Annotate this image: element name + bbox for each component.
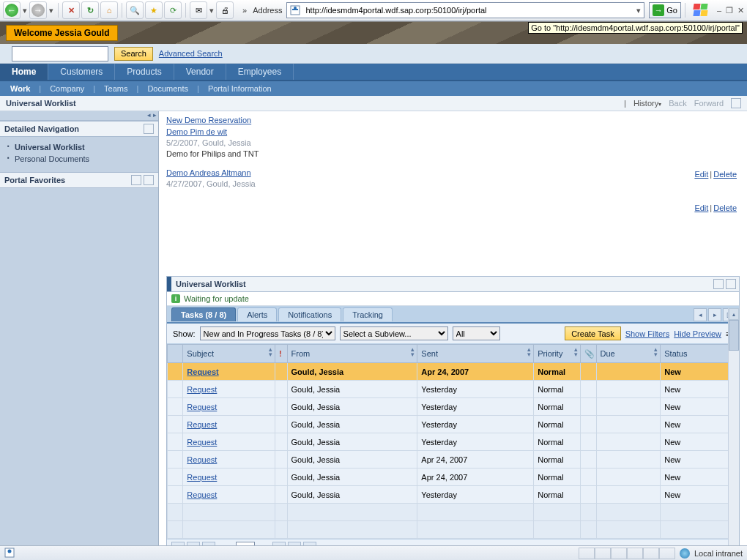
uwl-minimize-icon[interactable] — [726, 279, 736, 289]
demo-2-link[interactable]: Demo Andreas Altmann — [166, 168, 251, 177]
toolbar-overflow[interactable]: » — [242, 6, 247, 15]
col-header-subject[interactable]: Subject▴▾ — [183, 345, 275, 363]
sidebar-collapse-handle[interactable]: ◂ ▸ — [0, 111, 158, 121]
uwl-tab-scroll-right[interactable]: ▸ — [708, 308, 721, 321]
print-button[interactable]: 🖨 — [216, 1, 234, 19]
subnav-portal-information[interactable]: Portal Information — [204, 83, 276, 94]
uwl-subview-select[interactable]: Select a Subview... — [340, 326, 448, 340]
favorites-button[interactable]: ★ — [145, 1, 163, 19]
col-header-due[interactable]: Due▴▾ — [596, 345, 661, 363]
forward-dropdown[interactable]: ▾ — [48, 6, 54, 15]
hide-preview-link[interactable]: Hide Preview — [674, 329, 721, 338]
history-button[interactable]: ⟳ — [164, 1, 182, 19]
col-header-attachment[interactable]: 📎 — [581, 345, 596, 363]
cell-attachment — [581, 363, 596, 381]
demo-2-edit-link[interactable]: Edit — [694, 204, 708, 212]
table-row[interactable]: RequestGould, JessiaApr 24, 2007NormalNe… — [168, 451, 739, 468]
table-row[interactable]: RequestGould, JessiaYesterdayNormalNew — [168, 381, 739, 398]
task-subject-link[interactable]: Request — [187, 385, 217, 394]
subnav-teams[interactable]: Teams — [100, 83, 132, 94]
mail-button[interactable]: ✉ — [190, 1, 207, 19]
new-demo-reservation-link[interactable]: New Demo Reservation — [166, 116, 251, 124]
uwl-options-icon[interactable] — [713, 279, 724, 289]
subnav-documents[interactable]: Documents — [143, 83, 193, 94]
go-button[interactable]: →Go — [649, 2, 681, 18]
address-input[interactable] — [303, 4, 636, 17]
task-subject-link[interactable]: Request — [187, 420, 217, 429]
close-button[interactable]: ✕ — [737, 6, 744, 15]
history-link[interactable]: History▾ — [633, 99, 661, 108]
cell-blank — [183, 504, 275, 521]
demo-1-link[interactable]: Demo Pim de wit — [166, 127, 227, 136]
uwl-tab-tracking[interactable]: Tracking — [343, 307, 393, 321]
tab-employees[interactable]: Employees — [226, 64, 294, 80]
back-link[interactable]: Back — [669, 99, 686, 108]
search-button[interactable]: 🔍 — [126, 1, 144, 19]
cell-blank — [275, 521, 287, 539]
cell-sent: Yesterday — [417, 486, 534, 504]
minimize-button[interactable]: – — [717, 6, 721, 15]
show-filters-link[interactable]: Show Filters — [625, 329, 670, 338]
uwl-tab-tasks[interactable]: Tasks (8 / 8) — [171, 307, 236, 321]
uwl-scrollbar[interactable]: ▴ — [728, 308, 739, 550]
col-header-status[interactable]: Status▴▾ — [661, 345, 739, 363]
table-row[interactable]: RequestGould, JessiaYesterdayNormalNew — [168, 416, 739, 433]
task-subject-link[interactable]: Request — [187, 455, 217, 464]
task-subject-link[interactable]: Request — [187, 473, 217, 482]
search-button-portal[interactable]: Search — [114, 47, 153, 61]
uwl-tab-alerts[interactable]: Alerts — [237, 307, 277, 321]
sidebar-item-universal-worklist[interactable]: Universal Worklist — [0, 141, 158, 153]
create-task-button[interactable]: Create Task — [565, 326, 621, 340]
uwl-tab-scroll-left[interactable]: ◂ — [694, 308, 707, 321]
go-tooltip: Go to "http://idesmdm4portal.wdf.sap.cor… — [528, 22, 743, 34]
stop-button[interactable]: ✕ — [62, 1, 80, 19]
detailed-nav-options-icon[interactable] — [144, 124, 154, 134]
crumb-options-icon[interactable] — [731, 98, 741, 108]
table-row[interactable]: RequestGould, JessiaApr 24, 2007NormalNe… — [168, 468, 739, 486]
table-row[interactable]: RequestGould, JessiaYesterdayNormalNew — [168, 486, 739, 504]
table-row[interactable]: RequestGould, JessiaYesterdayNormalNew — [168, 398, 739, 416]
subnav-company[interactable]: Company — [45, 83, 89, 94]
subnav-work[interactable]: Work — [6, 83, 34, 94]
cell-due — [596, 468, 661, 486]
forward-link[interactable]: Forward — [694, 99, 724, 108]
tab-customers[interactable]: Customers — [48, 64, 115, 80]
portal-search-input[interactable] — [12, 46, 108, 61]
demo-2-delete-link[interactable]: Delete — [713, 204, 737, 212]
table-row[interactable]: RequestGould, JessiaApr 24, 2007NormalNe… — [168, 363, 739, 381]
task-subject-link[interactable]: Request — [187, 367, 218, 376]
task-subject-link[interactable]: Request — [187, 490, 217, 499]
cell-from: Gould, Jessia — [287, 363, 417, 381]
favorites-options-icon[interactable] — [131, 175, 141, 185]
table-row[interactable]: RequestGould, JessiaYesterdayNormalNew — [168, 433, 739, 451]
col-header-priority[interactable]: Priority▴▾ — [534, 345, 581, 363]
back-dropdown[interactable]: ▾ — [22, 6, 28, 15]
uwl-all-select[interactable]: All — [453, 326, 500, 340]
uwl-body: i Waiting for update Tasks (8 / 8) Alert… — [166, 291, 740, 550]
col-header-from[interactable]: From▴▾ — [287, 345, 417, 363]
col-header-flag[interactable]: ! — [275, 345, 287, 363]
cell-priority: Normal — [534, 486, 581, 504]
restore-button[interactable]: ❐ — [726, 6, 733, 15]
uwl-tab-notifications[interactable]: Notifications — [278, 307, 341, 321]
tab-vendor[interactable]: Vendor — [174, 64, 226, 80]
mail-dropdown[interactable]: ▾ — [209, 6, 215, 15]
task-subject-link[interactable]: Request — [187, 403, 217, 411]
col-header-sent[interactable]: Sent▴▾ — [417, 345, 534, 363]
address-dropdown[interactable]: ▾ — [636, 6, 642, 15]
sidebar-item-personal-documents[interactable]: Personal Documents — [0, 153, 158, 165]
task-subject-link[interactable]: Request — [187, 438, 217, 447]
advanced-search-link[interactable]: Advanced Search — [159, 49, 223, 58]
home-button[interactable]: ⌂ — [100, 1, 118, 19]
favorites-minimize-icon[interactable] — [144, 175, 154, 185]
tab-products[interactable]: Products — [115, 64, 174, 80]
refresh-button[interactable]: ↻ — [81, 1, 99, 19]
tab-home[interactable]: Home — [0, 64, 48, 80]
forward-button[interactable]: → — [29, 1, 47, 19]
detailed-navigation-header: Detailed Navigation — [0, 121, 158, 137]
back-button[interactable]: ← — [3, 1, 21, 19]
cell-select — [168, 416, 183, 433]
uwl-show-select[interactable]: New and In Progress Tasks (8 / 8) — [200, 326, 335, 340]
demo-1-edit-link[interactable]: Edit — [694, 170, 708, 179]
demo-1-delete-link[interactable]: Delete — [713, 170, 737, 179]
